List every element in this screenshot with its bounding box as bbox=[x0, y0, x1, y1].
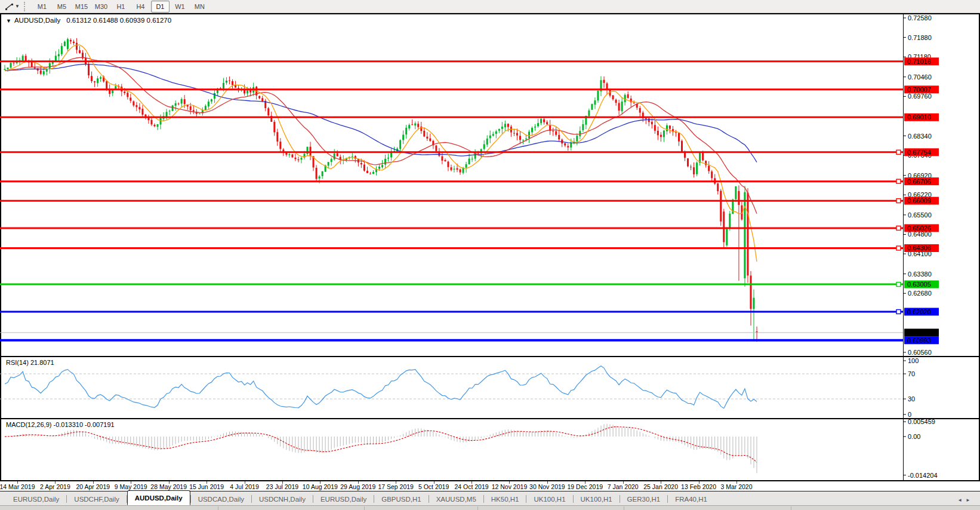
macd-histogram bbox=[5, 424, 757, 474]
date-label: 5 Oct 2019 bbox=[418, 483, 449, 490]
tab-scroll-right-icon[interactable]: ► bbox=[966, 497, 974, 503]
status-bar bbox=[0, 505, 980, 510]
rsi-canvas[interactable]: 10070300 bbox=[0, 357, 980, 418]
rsi-label: RSI(14) 21.8071 bbox=[6, 359, 54, 366]
chart-symbol-period: AUDUSD,Daily bbox=[14, 17, 60, 24]
price-chart-canvas[interactable]: 0.725800.718800.711800.704600.697600.683… bbox=[0, 14, 980, 356]
date-label: 3 Mar 2020 bbox=[720, 483, 752, 490]
timeframe-button-mn[interactable]: MN bbox=[190, 1, 209, 13]
svg-text:0.65026: 0.65026 bbox=[907, 225, 931, 232]
date-label: 15 Jun 2019 bbox=[189, 483, 224, 490]
svg-text:0.71016: 0.71016 bbox=[907, 58, 931, 65]
svg-text:0.005459: 0.005459 bbox=[908, 419, 935, 425]
svg-text:0.67754: 0.67754 bbox=[907, 149, 931, 156]
date-label: 13 Feb 2020 bbox=[681, 483, 716, 490]
macd-label: MACD(12,26,9) -0.013310 -0.007191 bbox=[6, 421, 115, 428]
statusbar-separator bbox=[218, 506, 218, 510]
svg-text:0.65500: 0.65500 bbox=[908, 211, 932, 219]
timeframe-button-h1[interactable]: H1 bbox=[112, 1, 130, 13]
date-label: 25 Jan 2020 bbox=[643, 483, 678, 490]
chart-tab-fra40-h1[interactable]: FRA40,H1 bbox=[668, 493, 714, 505]
line-tool-dropdown-icon[interactable]: ▼ bbox=[15, 4, 20, 9]
svg-text:0.63005: 0.63005 bbox=[907, 281, 931, 288]
svg-text:0.62020: 0.62020 bbox=[907, 308, 931, 315]
svg-text:-0.014204: -0.014204 bbox=[908, 472, 938, 479]
date-label: 23 Jul 2019 bbox=[266, 483, 298, 490]
svg-text:0: 0 bbox=[908, 411, 911, 418]
chart-tab-gbpusd-h1[interactable]: GBPUSD,H1 bbox=[374, 493, 428, 505]
date-label: 20 Apr 2019 bbox=[76, 483, 110, 490]
date-label: 9 May 2019 bbox=[115, 483, 147, 490]
date-label: 2 Apr 2019 bbox=[40, 483, 70, 490]
date-label: 12 Nov 2019 bbox=[492, 483, 528, 490]
svg-text:0.71880: 0.71880 bbox=[908, 34, 932, 41]
svg-text:0.70007: 0.70007 bbox=[907, 86, 931, 93]
date-label: 7 Jan 2020 bbox=[608, 483, 639, 490]
timeframe-button-m5[interactable]: M5 bbox=[53, 1, 71, 13]
timeframe-button-h4[interactable]: H4 bbox=[131, 1, 150, 13]
timeframe-button-w1[interactable]: W1 bbox=[171, 1, 189, 13]
line-tool-icon bbox=[4, 2, 14, 11]
timeframe-button-m30[interactable]: M30 bbox=[92, 1, 110, 13]
date-label: 30 Nov 2019 bbox=[529, 483, 565, 490]
svg-text:30: 30 bbox=[908, 395, 915, 403]
chart-tab-eurusd-daily[interactable]: EURUSD,Daily bbox=[6, 493, 66, 505]
ma-slow-line bbox=[5, 64, 757, 162]
chart-tab-eurusd-daily[interactable]: EURUSD,Daily bbox=[313, 493, 374, 505]
date-label: 17 Sep 2019 bbox=[378, 483, 414, 490]
chart-ohlc-values: 0.61312 0.61488 0.60939 0.61270 bbox=[66, 17, 171, 24]
svg-text:70: 70 bbox=[908, 370, 915, 377]
macd-canvas[interactable]: 0.0054590.00-0.014204 bbox=[0, 419, 980, 480]
macd-signal-line bbox=[5, 427, 757, 463]
svg-text:0.66009: 0.66009 bbox=[907, 197, 931, 204]
timeframe-button-m15[interactable]: M15 bbox=[72, 1, 91, 13]
ma-mid-line bbox=[5, 57, 757, 214]
chart-tab-xauusd-m5[interactable]: XAUUSD,M5 bbox=[429, 493, 483, 505]
chart-tab-usdcnh-daily[interactable]: USDCNH,Daily bbox=[252, 493, 313, 505]
date-label: 4 Jul 2019 bbox=[230, 483, 258, 490]
svg-text:0.63380: 0.63380 bbox=[908, 271, 932, 278]
svg-text:0.66706: 0.66706 bbox=[907, 178, 931, 185]
chart-tab-bar: EURUSD,DailyUSDCHF,DailyAUDUSD,DailyUSDC… bbox=[0, 491, 980, 505]
svg-text:0.69010: 0.69010 bbox=[907, 113, 931, 121]
svg-text:0.62680: 0.62680 bbox=[908, 290, 932, 297]
statusbar-separator bbox=[477, 506, 478, 510]
rsi-line bbox=[5, 366, 757, 408]
svg-text:0.61270: 0.61270 bbox=[907, 329, 931, 336]
svg-text:0.69760: 0.69760 bbox=[908, 93, 932, 100]
statusbar-separator bbox=[791, 506, 791, 510]
timeframe-button-m1[interactable]: M1 bbox=[33, 1, 51, 13]
svg-text:0.68340: 0.68340 bbox=[908, 133, 932, 140]
chart-tab-uk100-h1[interactable]: UK100,H1 bbox=[574, 493, 620, 505]
svg-text:0.60560: 0.60560 bbox=[908, 349, 932, 356]
chart-tab-usdcad-daily[interactable]: USDCAD,Daily bbox=[191, 493, 251, 505]
svg-text:0.70460: 0.70460 bbox=[908, 73, 932, 81]
svg-text:0.72580: 0.72580 bbox=[908, 14, 932, 21]
chart-tab-audusd-daily[interactable]: AUDUSD,Daily bbox=[127, 490, 190, 505]
svg-text:0.00: 0.00 bbox=[908, 433, 920, 440]
date-label: 14 Mar 2019 bbox=[0, 483, 35, 490]
statusbar-separator bbox=[624, 506, 624, 510]
chart-tab-ger30-h1[interactable]: GER30,H1 bbox=[620, 493, 668, 505]
date-label: 24 Oct 2019 bbox=[454, 483, 488, 490]
date-label: 19 Dec 2019 bbox=[568, 483, 603, 490]
svg-text:0.60993: 0.60993 bbox=[907, 337, 931, 344]
chart-title: ▼AUDUSD,Daily0.61312 0.61488 0.60939 0.6… bbox=[6, 17, 171, 24]
date-label: 28 May 2019 bbox=[150, 483, 187, 490]
line-tool-button[interactable]: ▼ bbox=[2, 1, 21, 13]
ma-fast-line bbox=[5, 45, 757, 262]
timeframe-button-d1[interactable]: D1 bbox=[151, 1, 170, 13]
statusbar-separator bbox=[364, 506, 365, 510]
timeframe-toolbar: ▼ M1M5M15M30H1H4D1W1MN bbox=[0, 0, 980, 13]
tab-scroll-left-icon[interactable]: ◄ bbox=[957, 497, 966, 503]
timeframe-buttons: M1M5M15M30H1H4D1W1MN bbox=[32, 1, 209, 13]
date-axis: 14 Mar 20192 Apr 201920 Apr 20199 May 20… bbox=[0, 481, 980, 491]
chart-tab-hk50-h1[interactable]: HK50,H1 bbox=[484, 493, 526, 505]
chart-tab-usdchf-daily[interactable]: USDCHF,Daily bbox=[67, 493, 126, 505]
chart-tab-uk100-h1[interactable]: UK100,H1 bbox=[526, 493, 572, 505]
toolbar-grip bbox=[24, 2, 29, 11]
svg-text:0.64306: 0.64306 bbox=[907, 244, 931, 251]
collapse-chart-icon[interactable]: ▼ bbox=[6, 18, 11, 24]
date-label: 10 Aug 2019 bbox=[303, 483, 338, 490]
date-label: 29 Aug 2019 bbox=[340, 483, 375, 490]
